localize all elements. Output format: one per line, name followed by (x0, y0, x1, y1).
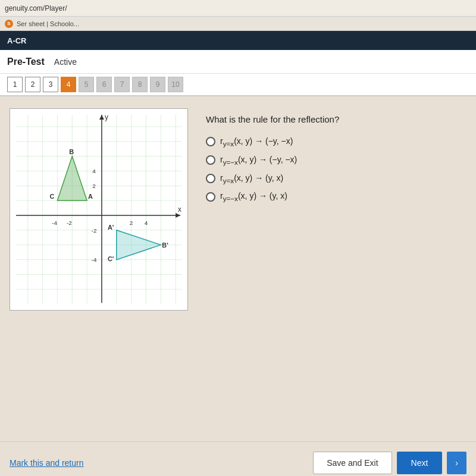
question-text: What is the rule for the reflection? (206, 114, 466, 124)
tab-favicon: S (5, 20, 13, 28)
mark-return-link[interactable]: Mark this and return (10, 458, 84, 468)
app-header: A-CR (0, 31, 476, 50)
option-text-4: ry=−x(x, y) → (y, x) (220, 191, 287, 202)
pretest-title: Pre-Test (7, 57, 45, 67)
question-nav-btn-9[interactable]: 9 (150, 77, 165, 92)
footer-buttons: Save and Exit Next › (313, 452, 466, 474)
original-triangle (57, 156, 87, 201)
coordinate-graph: x y -2 -4 2 4 4 2 -2 -4 B A C A' B' C' (10, 109, 187, 310)
radio-3[interactable] (206, 174, 215, 183)
question-nav-btn-5[interactable]: 5 (79, 77, 94, 92)
answer-option-2[interactable]: ry=−x(x, y) → (−y, −x) (206, 155, 466, 166)
next-button[interactable]: Next (397, 452, 443, 474)
svg-text:-4: -4 (92, 256, 97, 263)
radio-1[interactable] (206, 137, 215, 146)
question-nav-btn-2[interactable]: 2 (25, 77, 40, 92)
answer-option-4[interactable]: ry=−x(x, y) → (y, x) (206, 191, 466, 202)
tab-label: Ser sheet | Schoolo... (17, 20, 79, 27)
svg-text:2: 2 (92, 183, 96, 189)
question-nav-btn-8[interactable]: 8 (132, 77, 148, 92)
url-text: genuity.com/Player/ (5, 4, 67, 12)
radio-4[interactable] (206, 192, 215, 202)
question-nav-btn-6[interactable]: 6 (96, 77, 112, 92)
question-nav-btn-7[interactable]: 7 (114, 77, 130, 92)
y-axis-arrow (99, 115, 104, 120)
x-axis-label: x (178, 205, 181, 214)
answer-options: ry=x(x, y) → (−y, −x) ry=−x(x, y) → (−y,… (206, 136, 466, 202)
question-area: What is the rule for the reflection? ry=… (206, 108, 466, 394)
svg-text:4: 4 (145, 220, 148, 226)
svg-text:-2: -2 (67, 220, 72, 226)
x-axis-arrow (176, 213, 180, 218)
label-A: A (88, 193, 93, 200)
question-nav: 12345678910 (0, 74, 476, 96)
graph-container: x y -2 -4 2 4 4 2 -2 -4 B A C A' B' C' (10, 108, 188, 311)
spacer (0, 406, 476, 441)
option-text-1: ry=x(x, y) → (−y, −x) (220, 136, 293, 148)
svg-text:2: 2 (130, 220, 133, 226)
save-exit-button[interactable]: Save and Exit (313, 452, 392, 474)
pretest-bar: Pre-Test Active (0, 50, 476, 74)
svg-text:-4: -4 (52, 220, 57, 226)
label-Bprime: B' (162, 242, 168, 249)
label-C: C (50, 193, 55, 200)
answer-option-3[interactable]: ry=x(x, y) → (y, x) (206, 173, 466, 184)
question-nav-btn-1[interactable]: 1 (7, 77, 23, 92)
label-Cprime: C' (108, 255, 114, 262)
option-text-3: ry=x(x, y) → (y, x) (220, 173, 283, 184)
svg-text:4: 4 (92, 168, 96, 174)
label-B: B (69, 148, 74, 155)
tab-bar: S Ser sheet | Schoolo... (0, 17, 476, 31)
browser-url-bar: genuity.com/Player/ (0, 0, 476, 17)
label-Aprime: A' (108, 224, 114, 231)
question-nav-btn-3[interactable]: 3 (43, 77, 58, 92)
y-axis-label: y (105, 113, 108, 121)
question-nav-btn-10[interactable]: 10 (168, 77, 183, 92)
next-arrow-button[interactable]: › (447, 452, 466, 474)
answer-option-1[interactable]: ry=x(x, y) → (−y, −x) (206, 136, 466, 148)
app-title: A-CR (7, 36, 27, 45)
option-text-2: ry=−x(x, y) → (−y, −x) (220, 155, 297, 166)
reflected-triangle (117, 230, 161, 260)
question-nav-btn-4[interactable]: 4 (61, 77, 76, 92)
footer-area: Mark this and return Save and Exit Next … (0, 441, 476, 476)
pretest-status: Active (54, 57, 77, 67)
radio-2[interactable] (206, 155, 215, 165)
svg-text:-2: -2 (92, 227, 97, 234)
main-content: x y -2 -4 2 4 4 2 -2 -4 B A C A' B' C' (0, 96, 476, 406)
